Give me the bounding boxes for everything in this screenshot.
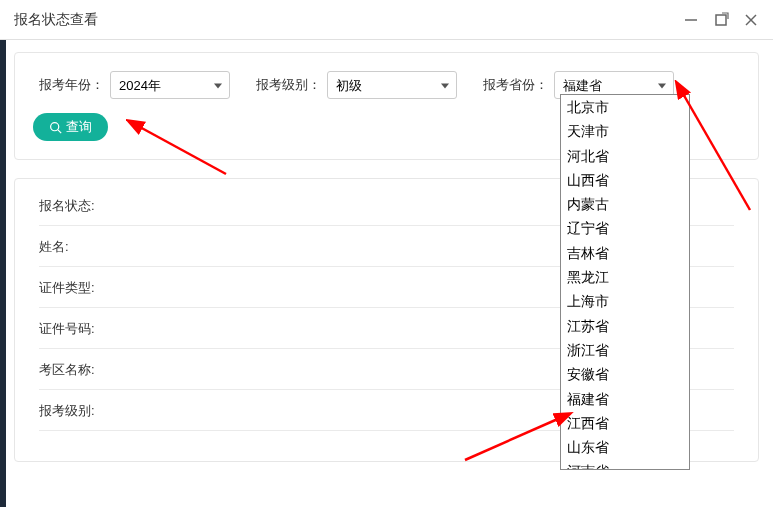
year-label: 报考年份：	[39, 76, 104, 94]
titlebar: 报名状态查看	[0, 0, 773, 40]
province-dropdown[interactable]: 北京市天津市河北省山西省内蒙古辽宁省吉林省黑龙江上海市江苏省浙江省安徽省福建省江…	[560, 94, 690, 470]
minimize-button[interactable]	[683, 12, 699, 28]
province-dropdown-item[interactable]: 内蒙古	[561, 192, 689, 216]
window-title: 报名状态查看	[14, 11, 683, 29]
query-button-label: 查询	[66, 118, 92, 136]
province-dropdown-item[interactable]: 黑龙江	[561, 265, 689, 289]
province-dropdown-item[interactable]: 河南省	[561, 459, 689, 470]
svg-point-4	[51, 122, 59, 130]
province-dropdown-item[interactable]: 天津市	[561, 119, 689, 143]
province-dropdown-item[interactable]: 江西省	[561, 411, 689, 435]
svg-rect-1	[716, 15, 726, 25]
close-button[interactable]	[743, 12, 759, 28]
svg-line-5	[58, 129, 61, 132]
province-dropdown-item[interactable]: 北京市	[561, 95, 689, 119]
year-select[interactable]: 2024年	[110, 71, 230, 99]
level-select[interactable]: 初级	[327, 71, 457, 99]
province-dropdown-item[interactable]: 山西省	[561, 168, 689, 192]
province-dropdown-item[interactable]: 山东省	[561, 435, 689, 459]
query-button[interactable]: 查询	[33, 113, 108, 141]
province-dropdown-item[interactable]: 福建省	[561, 387, 689, 411]
province-dropdown-item[interactable]: 河北省	[561, 144, 689, 168]
province-dropdown-item[interactable]: 上海市	[561, 289, 689, 313]
window-controls	[683, 12, 759, 28]
year-group: 报考年份： 2024年	[39, 71, 230, 99]
level-group: 报考级别： 初级	[256, 71, 457, 99]
province-label: 报考省份：	[483, 76, 548, 94]
search-icon	[49, 121, 62, 134]
level-label: 报考级别：	[256, 76, 321, 94]
province-dropdown-item[interactable]: 辽宁省	[561, 216, 689, 240]
province-dropdown-item[interactable]: 安徽省	[561, 362, 689, 386]
province-dropdown-item[interactable]: 江苏省	[561, 314, 689, 338]
maximize-button[interactable]	[713, 12, 729, 28]
province-dropdown-item[interactable]: 浙江省	[561, 338, 689, 362]
window-left-edge	[0, 40, 6, 507]
province-dropdown-item[interactable]: 吉林省	[561, 241, 689, 265]
